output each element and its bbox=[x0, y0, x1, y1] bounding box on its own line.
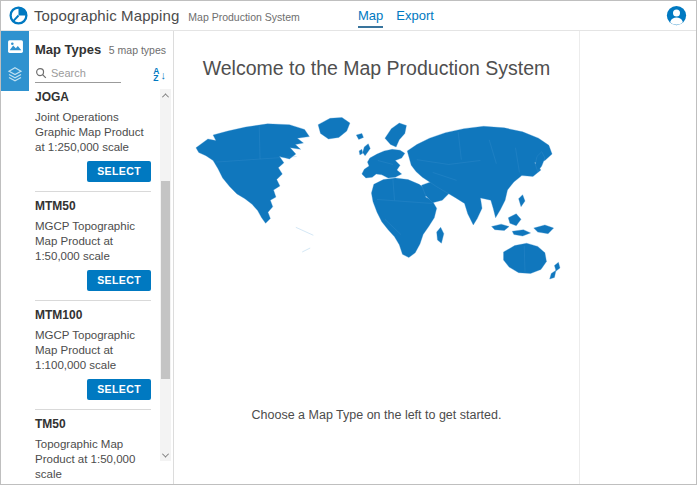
app-window: Topographic Mapping Map Production Syste… bbox=[0, 0, 697, 485]
map-type-name: JOGA bbox=[35, 90, 151, 104]
map-type-actions: SELECT bbox=[35, 161, 151, 182]
select-button[interactable]: SELECT bbox=[87, 379, 151, 400]
right-empty-panel bbox=[580, 31, 696, 485]
map-types-panel-header: Map Types 5 map types bbox=[29, 31, 173, 57]
map-type-actions: SELECT bbox=[35, 379, 151, 400]
map-type-list-item: TM50 Topographic Map Product at 1:50,000… bbox=[35, 410, 151, 485]
nav-tab-export[interactable]: Export bbox=[396, 3, 434, 28]
world-map-container bbox=[174, 100, 579, 287]
instruction-text: Choose a Map Type on the left to get sta… bbox=[174, 408, 579, 422]
map-type-list: JOGA Joint Operations Graphic Map Produc… bbox=[29, 83, 173, 485]
nav-tab-map[interactable]: Map bbox=[358, 3, 383, 28]
sort-a-z-button[interactable]: A Z ↓ bbox=[153, 68, 166, 83]
select-button[interactable]: SELECT bbox=[87, 270, 151, 291]
map-type-name: MTM100 bbox=[35, 308, 151, 322]
search-icon bbox=[35, 67, 47, 79]
map-types-panel: Map Types 5 map types A Z ↓ bbox=[29, 31, 174, 485]
app-header: Topographic Mapping Map Production Syste… bbox=[1, 1, 696, 31]
map-type-name: TM50 bbox=[35, 417, 151, 431]
map-type-description: Joint Operations Graphic Map Product at … bbox=[35, 110, 153, 155]
sidebar-scrollbar[interactable] bbox=[160, 89, 171, 461]
scrollbar-thumb[interactable] bbox=[161, 181, 170, 379]
map-type-description: MGCP Topographic Map Product at 1:100,00… bbox=[35, 328, 153, 373]
app-subtitle: Map Production System bbox=[188, 9, 299, 23]
panel-title: Map Types bbox=[35, 42, 101, 57]
tool-rail-group bbox=[1, 31, 29, 91]
user-avatar-icon[interactable] bbox=[666, 5, 687, 26]
layers-tool-button[interactable] bbox=[1, 60, 29, 87]
app-logo-globe-icon bbox=[9, 6, 28, 25]
tool-rail bbox=[1, 31, 29, 485]
map-type-description: Topographic Map Product at 1:50,000 scal… bbox=[35, 437, 153, 482]
map-type-list-item: MTM100 MGCP Topographic Map Product at 1… bbox=[35, 301, 151, 407]
scrollbar-up-button[interactable] bbox=[160, 89, 171, 101]
search-input[interactable] bbox=[51, 67, 115, 79]
map-type-name: MTM50 bbox=[35, 199, 151, 213]
app-title: Topographic Mapping bbox=[34, 7, 179, 24]
chevron-up-icon bbox=[162, 93, 169, 100]
chevron-down-icon bbox=[162, 450, 169, 457]
world-map-image bbox=[178, 100, 576, 287]
search-box bbox=[35, 65, 121, 83]
top-navigation: Map Export bbox=[358, 1, 434, 30]
search-row: A Z ↓ bbox=[29, 57, 173, 83]
map-type-list-item: MTM50 MGCP Topographic Map Product at 1:… bbox=[35, 192, 151, 298]
select-button[interactable]: SELECT bbox=[87, 161, 151, 182]
sort-a-z-icon: A Z bbox=[153, 68, 159, 82]
layers-icon bbox=[7, 66, 23, 82]
scrollbar-down-button[interactable] bbox=[160, 449, 171, 461]
map-image-icon bbox=[7, 38, 24, 55]
map-type-description: MGCP Topographic Map Product at 1:50,000… bbox=[35, 219, 153, 264]
map-types-count: 5 map types bbox=[109, 44, 166, 56]
app-body: Map Types 5 map types A Z ↓ bbox=[1, 31, 696, 485]
map-types-tool-button[interactable] bbox=[1, 33, 29, 60]
map-type-actions: SELECT bbox=[35, 270, 151, 291]
welcome-title: Welcome to the Map Production System bbox=[174, 57, 579, 80]
welcome-pane: Welcome to the Map Production System bbox=[174, 31, 580, 485]
map-type-list-item: JOGA Joint Operations Graphic Map Produc… bbox=[35, 83, 151, 189]
sort-direction-arrow-icon: ↓ bbox=[161, 70, 167, 80]
